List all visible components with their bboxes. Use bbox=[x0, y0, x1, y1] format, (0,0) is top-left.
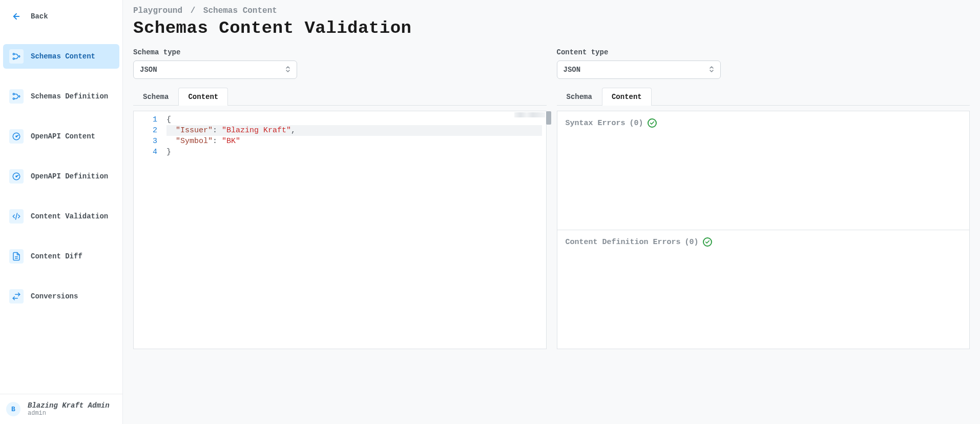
avatar: B bbox=[6, 402, 20, 416]
breadcrumb: Playground / Schemas Content bbox=[133, 6, 970, 15]
line-number: 1 bbox=[137, 114, 157, 125]
svg-point-3 bbox=[18, 56, 20, 57]
sidebar-item-conversions[interactable]: Conversions bbox=[3, 284, 119, 309]
tab-schema-right[interactable]: Schema bbox=[557, 88, 602, 106]
code-editor[interactable]: 1234 { "Issuer": "Blazing Kraft", "Symbo… bbox=[133, 111, 547, 349]
definition-errors-count: (0) bbox=[685, 238, 699, 247]
swap-icon bbox=[9, 289, 24, 304]
dashboard-icon bbox=[9, 129, 24, 144]
schema-type-value: JSON bbox=[140, 66, 157, 74]
chevron-updown-icon bbox=[709, 66, 714, 73]
content-type-label: Content type bbox=[557, 48, 970, 56]
right-tabs: Schema Content bbox=[557, 87, 970, 106]
schema-type-label: Schema type bbox=[133, 48, 547, 56]
sidebar-item-label: OpenAPI Definition bbox=[31, 172, 108, 180]
syntax-errors-count: (0) bbox=[630, 119, 643, 128]
check-circle-icon bbox=[648, 118, 657, 128]
back-button[interactable]: Back bbox=[3, 4, 119, 29]
main-content: Playground / Schemas Content Schemas Con… bbox=[123, 0, 980, 424]
svg-point-10 bbox=[16, 176, 17, 177]
editor-gutter: 1234 bbox=[134, 111, 162, 349]
code-line[interactable]: } bbox=[166, 147, 542, 157]
sidebar-item-label: OpenAPI Content bbox=[31, 132, 95, 140]
tree-icon bbox=[9, 49, 24, 64]
sidebar-item-content-validation[interactable]: Content Validation bbox=[3, 204, 119, 229]
document-icon bbox=[9, 249, 24, 264]
user-name: Blazing Kraft Admin bbox=[28, 401, 110, 410]
definition-errors-label: Content Definition Errors bbox=[566, 238, 681, 247]
sidebar: Back Schemas ContentSchemas DefinitionOp… bbox=[0, 0, 123, 424]
syntax-errors-label: Syntax Errors bbox=[566, 119, 625, 128]
sidebar-item-label: Conversions bbox=[31, 292, 78, 300]
back-label: Back bbox=[31, 12, 48, 21]
code-line[interactable]: "Symbol": "BK" bbox=[166, 136, 542, 147]
tree-icon bbox=[9, 89, 24, 104]
sidebar-item-content-diff[interactable]: Content Diff bbox=[3, 244, 119, 269]
line-number: 2 bbox=[137, 125, 157, 136]
chevron-updown-icon bbox=[285, 66, 290, 73]
editor-minimap bbox=[514, 112, 545, 117]
editor-code[interactable]: { "Issuer": "Blazing Kraft", "Symbol": "… bbox=[162, 111, 546, 349]
check-circle-icon bbox=[703, 237, 712, 247]
svg-point-8 bbox=[16, 136, 17, 137]
page-title: Schemas Content Validation bbox=[133, 18, 970, 38]
syntax-errors-section: Syntax Errors (0) bbox=[557, 111, 970, 230]
arrow-left-icon bbox=[9, 9, 24, 24]
svg-line-11 bbox=[16, 213, 17, 219]
breadcrumb-sep: / bbox=[191, 6, 196, 15]
code-line[interactable]: { bbox=[166, 114, 542, 125]
schema-type-select[interactable]: JSON bbox=[133, 60, 297, 79]
editor-scrollbar[interactable] bbox=[546, 111, 551, 125]
tab-content-left[interactable]: Content bbox=[178, 88, 228, 106]
code-line[interactable]: "Issuer": "Blazing Kraft", bbox=[166, 125, 542, 136]
left-panel: Schema type JSON Schema Content 1234 { "… bbox=[133, 48, 547, 349]
definition-errors-section: Content Definition Errors (0) bbox=[557, 230, 970, 349]
tab-content-right[interactable]: Content bbox=[602, 88, 652, 106]
line-number: 3 bbox=[137, 136, 157, 147]
user-role: admin bbox=[28, 410, 110, 417]
right-panel: Content type JSON Schema Content Syntax … bbox=[557, 48, 970, 349]
dashboard-icon bbox=[9, 169, 24, 184]
left-tabs: Schema Content bbox=[133, 87, 547, 106]
content-type-value: JSON bbox=[564, 66, 581, 74]
sidebar-item-label: Schemas Content bbox=[31, 52, 95, 60]
sidebar-item-schemas-content[interactable]: Schemas Content bbox=[3, 44, 119, 69]
sidebar-item-openapi-definition[interactable]: OpenAPI Definition bbox=[3, 164, 119, 189]
line-number: 4 bbox=[137, 147, 157, 157]
tab-schema-left[interactable]: Schema bbox=[133, 88, 178, 106]
sidebar-item-openapi-content[interactable]: OpenAPI Content bbox=[3, 124, 119, 149]
sidebar-item-label: Content Validation bbox=[31, 212, 108, 220]
sidebar-item-label: Schemas Definition bbox=[31, 92, 108, 100]
code-icon bbox=[9, 209, 24, 224]
content-type-select[interactable]: JSON bbox=[557, 60, 721, 79]
svg-point-6 bbox=[18, 96, 20, 97]
results-pane: Syntax Errors (0) Content Definition Err… bbox=[557, 111, 970, 349]
breadcrumb-root[interactable]: Playground bbox=[133, 6, 182, 15]
sidebar-item-schemas-definition[interactable]: Schemas Definition bbox=[3, 84, 119, 109]
user-footer[interactable]: B Blazing Kraft Admin admin bbox=[0, 394, 122, 424]
breadcrumb-current: Schemas Content bbox=[203, 6, 277, 15]
sidebar-item-label: Content Diff bbox=[31, 252, 82, 260]
